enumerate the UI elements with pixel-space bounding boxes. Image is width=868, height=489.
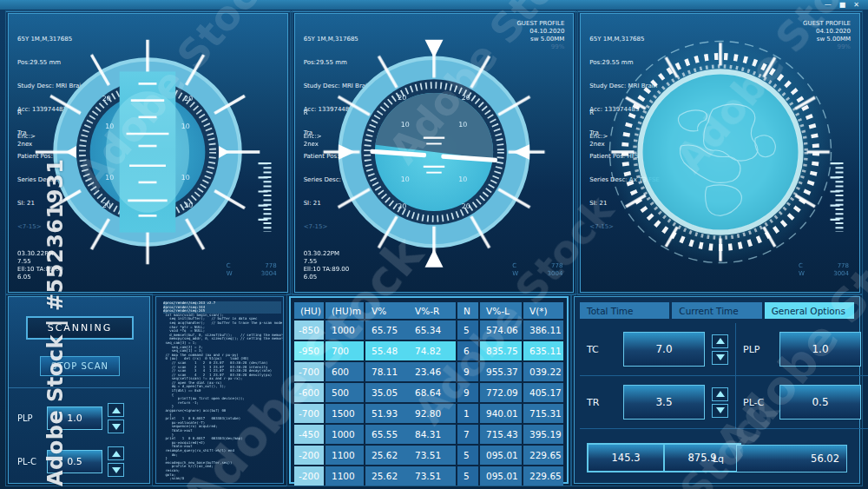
options-panel: Total Time Current Time General Options … [574, 296, 860, 484]
side-r-label: R [589, 109, 608, 117]
time-line: 6.05 [17, 274, 63, 281]
mri-scanner-app: — ■ ✕ 65Y 1M,M,317685 Pos:29.55 mm Study… [0, 0, 868, 489]
gauge-number: 10 [106, 122, 115, 130]
pair-left-button[interactable]: 145.3 [589, 445, 665, 471]
time-line: Ell:10 TA:89.00 [304, 266, 350, 274]
table-cell: 92.80 [409, 404, 457, 423]
table-row[interactable]: -60050035.0568.649772.09405.17 [294, 383, 563, 402]
table-cell: 1000 [326, 320, 365, 340]
table-row[interactable]: -200110025.6273.515095.01229.65 [294, 466, 563, 486]
plp-value-field[interactable]: 1.0 [47, 406, 102, 430]
table-cell: 835.75 [480, 341, 523, 360]
table-cell: 7 [457, 425, 480, 444]
code-console[interactable]: #proc/render/seq:243 v2.7#proc/render/se… [155, 296, 284, 484]
spin-up-button[interactable] [712, 334, 728, 348]
plc-value-field[interactable]: 0.5 [47, 450, 102, 473]
gauge-number: 20 [398, 203, 406, 211]
maximize-icon[interactable]: ■ [839, 2, 846, 9]
hu-data-table: (HU)(HU)mV%V%-RNV%-LV(*) -850100065.7565… [289, 296, 569, 484]
table-cell: 700 [326, 341, 365, 360]
time-line: Ell:10 TA:89.00 [17, 266, 63, 274]
plp-value-field[interactable]: 1.0 [779, 332, 861, 367]
gauge-number: 20 [184, 202, 193, 209]
arrow-down-icon [112, 424, 121, 430]
table-row[interactable]: -450100065.5584.317715.43395.19 [294, 425, 563, 444]
tr-value-field[interactable]: 3.5 [623, 385, 705, 420]
globe-gauge [607, 24, 834, 280]
table-cell: 386.11 [523, 320, 563, 340]
gauge-number: 20 [398, 94, 406, 102]
gauge-number: 10 [458, 121, 467, 129]
side-r-label: R [17, 109, 36, 117]
table-cell: 25.62 [365, 466, 409, 486]
scanning-button[interactable]: SCANNING [26, 316, 134, 340]
side-annotations: R Enc:> 2nex [589, 109, 608, 149]
table-cell: -450 [294, 425, 326, 444]
table-cell: -200 [294, 446, 326, 465]
spin-down-button[interactable] [712, 351, 728, 365]
table-cell: 65.75 [365, 320, 409, 340]
arrow-up-icon [112, 451, 121, 457]
spin-up-button[interactable] [712, 387, 728, 401]
table-cell: 715.43 [480, 425, 523, 444]
gauge-number: 10 [458, 175, 467, 183]
time-line: 7.55 [304, 258, 350, 266]
table-header-cell: V(*) [523, 302, 563, 319]
table-row[interactable]: -70060078.1123.469955.37039.22 [294, 362, 563, 381]
table-cell: 9 [457, 383, 480, 402]
table-cell: 1 [457, 404, 480, 423]
table-cell: -700 [294, 404, 326, 423]
table-cell: 574.06 [480, 320, 523, 340]
table-cell: 039.22 [523, 362, 563, 381]
tc-value-field[interactable]: 7.0 [623, 332, 705, 367]
spin-down-button[interactable] [108, 420, 124, 433]
table-cell: 23.46 [409, 362, 457, 381]
table-cell: 940.01 [480, 404, 523, 423]
tab-total-time[interactable]: Total Time [580, 302, 669, 319]
minimize-icon[interactable]: — [825, 2, 832, 9]
gauge-number: 10 [181, 174, 190, 182]
time-line: 03.30.22PM [304, 250, 350, 258]
close-icon[interactable]: ✕ [853, 2, 859, 9]
panel-globe: 65Y 1M,M,317685 Pos:29.55 mm Study Desc:… [580, 13, 860, 293]
table-cell: 51.93 [365, 404, 409, 423]
table-row-selected[interactable]: -95070055.4874.826835.75635.11 [294, 341, 563, 360]
arrow-down-icon [716, 354, 725, 360]
plc-label: PL-C [17, 457, 42, 466]
title-bar: — ■ ✕ [0, 0, 868, 10]
spin-down-button[interactable] [712, 404, 728, 418]
table-cell: 68.64 [409, 383, 457, 402]
gauge-number: 20 [462, 94, 470, 102]
table-row[interactable]: -700150051.9392.801940.01715.31 [294, 404, 563, 423]
options-grid: TC 7.0 PLP 1.0 TR [580, 323, 854, 429]
lq-value-field[interactable]: 56.02 [736, 445, 847, 472]
arrow-up-icon [716, 338, 725, 344]
table-cell: -950 [294, 341, 326, 360]
tape-gauge: 20 20 10 10 10 10 20 20 [34, 24, 261, 280]
table-cell: -850 [294, 320, 326, 340]
table-cell: 73.51 [409, 466, 457, 486]
table-cell: 55.48 [365, 341, 409, 360]
stop-scan-button[interactable]: STOP SCAN [40, 356, 120, 376]
time-line: 7.55 [17, 258, 63, 266]
side-enc-label: Enc:> [17, 133, 36, 141]
tab-general-options[interactable]: General Options [765, 302, 854, 319]
scanner-control-panel: SCANNING STOP SCAN PLP 1.0 PL-C 0.5 [8, 296, 150, 484]
table-cell: 1100 [326, 446, 365, 465]
spin-up-button[interactable] [108, 446, 124, 460]
panel-attitude-gauge: 65Y 1M,M,317685 Pos:29.55 mm Study Desc:… [294, 13, 575, 293]
table-row[interactable]: -850100065.7565.345574.06386.11 [294, 320, 563, 340]
tab-current-time[interactable]: Current Time [672, 302, 761, 319]
side-nex-label: 2nex [589, 141, 608, 149]
plp-label: PLP [743, 344, 773, 355]
plc-value-field[interactable]: 0.5 [779, 385, 861, 420]
side-nex-label: 2nex [304, 141, 322, 149]
time-line: 03.30.22PM [17, 250, 63, 258]
spin-down-button[interactable] [108, 463, 124, 477]
table-cell: 84.31 [409, 425, 457, 444]
side-r-label: R [304, 109, 322, 117]
controls-row: SCANNING STOP SCAN PLP 1.0 PL-C 0.5 [8, 296, 860, 484]
table-cell: 1000 [326, 425, 365, 444]
spin-up-button[interactable] [108, 403, 124, 417]
table-row[interactable]: -200110025.6273.515095.01229.65 [294, 446, 563, 465]
